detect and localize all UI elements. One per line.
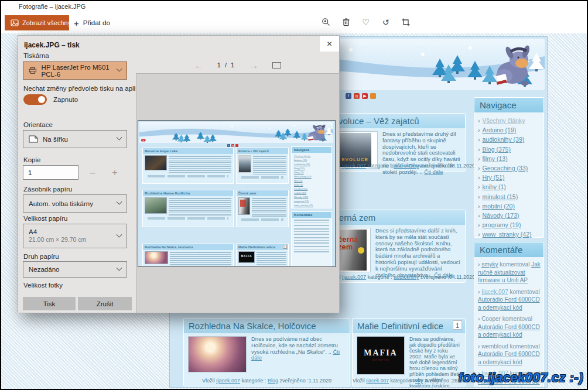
- preview-area: fg Recenze Hope Lake Evoluce – Věž zajat…: [136, 73, 340, 313]
- printer-select[interactable]: HP LaserJet Pro M501 PCL-6: [23, 61, 127, 80]
- paper-tray-value: Autom. volba tiskárny: [29, 200, 93, 207]
- orientation-value: Na šířku: [43, 136, 68, 143]
- paper-size-select[interactable]: A4 21.00 cm × 29.70 cm: [23, 224, 127, 248]
- copies-label: Kopie: [23, 156, 40, 163]
- comment-item: › smyky komentoval Jak ručně aktualizova…: [478, 261, 541, 285]
- comments-box-title: Komentáře: [474, 242, 543, 257]
- category-link[interactable]: Hry: [415, 378, 423, 384]
- comment-user-link[interactable]: smyky: [481, 261, 498, 268]
- mini-comment-badge: 1: [283, 245, 287, 249]
- article-evoluce: Evoluce – Věž zajatců EVOLUCE Dnes si př…: [327, 113, 466, 172]
- nav-box-title: Navigace: [474, 98, 543, 112]
- skalce-photo-image[interactable]: [188, 336, 247, 372]
- remember-toggle[interactable]: [23, 94, 47, 105]
- social-icons: f g ▶: [346, 93, 376, 99]
- author-link[interactable]: Ijacek.007: [366, 378, 389, 384]
- mini-article-evoluce: Evoluce – Věž zajatců: [236, 148, 289, 184]
- close-icon[interactable]: ✕: [320, 36, 339, 52]
- author-link[interactable]: Ijacek.007: [216, 378, 240, 384]
- print-dialog: ijacek.JPG – tisk ✕ Tiskárna HP LaserJet…: [18, 35, 340, 313]
- article-mafie: Mafie Definitivní edice 1 MAFIADEFINITIV…: [352, 318, 466, 386]
- mini-nav-box: Navigace Všechny články Arduino (19) aud…: [291, 146, 332, 208]
- nav-link-arduino[interactable]: ›Arduino (19): [478, 125, 541, 135]
- category-link[interactable]: audioknihy: [394, 163, 419, 169]
- orientation-select[interactable]: Na šířku: [23, 130, 127, 148]
- paper-size-label: Velikost papíru: [23, 215, 67, 222]
- read-more-link[interactable]: Čti dále: [424, 169, 443, 175]
- nav-link-hry[interactable]: ›Hry (51): [478, 173, 541, 182]
- googleplus-icon[interactable]: g: [354, 93, 360, 99]
- delete-icon[interactable]: [341, 17, 351, 27]
- page-indicator: 1 / 1: [217, 61, 235, 69]
- nav-link-blog[interactable]: ›Blog (375): [478, 145, 541, 154]
- comment-count-badge: 1: [453, 320, 462, 330]
- printer-value: HP LaserJet Pro M501 PCL-6: [42, 64, 112, 78]
- nav-link-geocaching[interactable]: ›Geocaching (33): [478, 163, 541, 173]
- nav-link-audioknihy[interactable]: ›audioknihy (39): [478, 135, 541, 144]
- favorite-icon[interactable]: ♡: [361, 17, 371, 27]
- nav-link-knihy[interactable]: ›knihy (1): [478, 182, 541, 191]
- nav-link-minulost[interactable]: ›minulost (15): [478, 192, 541, 201]
- paper-tray-label: Zásobník papíru: [23, 186, 72, 193]
- rss-icon[interactable]: [370, 93, 376, 99]
- remember-label: Nechat změny předvoleb tisku na aplikaci: [23, 85, 148, 92]
- cancel-button[interactable]: Zrušit: [78, 297, 132, 310]
- article-skalce: Rozhledna Na Skalce, Holčovice Dnes se p…: [183, 318, 350, 386]
- mini-article-hope-lake: Recenze Hope Lake: [142, 148, 234, 184]
- chevron-down-icon: [117, 265, 122, 271]
- copies-decrement-button[interactable]: –: [85, 165, 100, 180]
- nav-link-filmy[interactable]: ›filmy (13): [478, 154, 541, 163]
- mafia-cover-image[interactable]: MAFIADEFINITIVE: [357, 336, 405, 375]
- viewer-background: f g ▶ Evoluce – Věž zajatců EVOLUCE Dnes…: [1, 33, 587, 389]
- mini-banner: [139, 122, 333, 143]
- paper-type-label: Druh papíru: [23, 253, 59, 260]
- toggle-state-label: Zapnuto: [53, 96, 78, 103]
- nav-link-www-stranky[interactable]: ›www_stranky (42): [478, 230, 541, 239]
- paper-type-select[interactable]: Nezadáno: [23, 261, 127, 278]
- fullscreen-icon[interactable]: [272, 62, 281, 69]
- chevron-down-icon: [117, 135, 122, 141]
- facebook-icon[interactable]: f: [346, 93, 351, 99]
- paper-type-value: Nezadáno: [29, 266, 59, 273]
- nav-link-programy[interactable]: ›programy (19): [478, 220, 541, 230]
- toolbar: Zobrazit všechny fotky + Přidat do ♡ ↺: [1, 12, 587, 33]
- next-page-icon[interactable]: →: [249, 60, 258, 70]
- previous-page-icon[interactable]: ←: [194, 60, 203, 70]
- author-link[interactable]: Ijacek.007: [342, 163, 366, 169]
- zoom-icon[interactable]: [321, 17, 331, 27]
- copies-increment-button[interactable]: +: [107, 165, 122, 180]
- photographer-watermark: foto.ijacek007.cz :-): [459, 370, 583, 385]
- comment-target-link[interactable]: Autorádio Ford 6000CD a odemykací kód: [478, 296, 540, 311]
- landscape-page-icon: [29, 135, 38, 143]
- print-button[interactable]: Tisk: [23, 297, 76, 310]
- youtube-icon[interactable]: ▶: [362, 93, 368, 99]
- author-link[interactable]: Ijacek.007: [342, 274, 366, 280]
- comment-user-link[interactable]: Ijacek.007: [481, 289, 508, 295]
- category-link[interactable]: Blog: [268, 378, 278, 384]
- comment-item: › wembloud komentoval Autorádio Ford 600…: [478, 343, 541, 367]
- toggle-knob: [38, 96, 45, 103]
- article-cerna-zem: Černá zem černá zem Dnes si představíme …: [327, 210, 466, 283]
- comment-target-link[interactable]: Autorádio Ford 6000CD a odemykací kód: [478, 351, 540, 365]
- add-to-button[interactable]: + Přidat do: [69, 15, 115, 30]
- nav-link-navody[interactable]: ›Návody (173): [478, 211, 541, 220]
- article-text: Dnes se podíváme nad obec Holčovice, kde…: [251, 336, 346, 372]
- preview-pager: ← 1 / 1 →: [135, 58, 340, 72]
- article-text: Dnes si představíme druhý díl fantasy př…: [382, 131, 461, 176]
- nav-link-all[interactable]: ›Všechny články: [478, 116, 541, 125]
- chevron-down-icon: [117, 231, 122, 237]
- rotate-icon[interactable]: ↺: [381, 17, 391, 27]
- category-link[interactable]: audioknihy: [394, 274, 419, 280]
- article-text: Dnes si představíme další z knih, která …: [375, 228, 461, 278]
- article-title: Rozhledna Na Skalce, Holčovice: [184, 319, 350, 333]
- paper-tray-select[interactable]: Autom. volba tiskárny: [23, 194, 127, 213]
- mini-article-skalce: Rozhledna Na Skalce, Holčovice: [142, 244, 234, 267]
- nav-link-mobilni[interactable]: ›mobilní (20): [478, 201, 541, 211]
- comment-item: › Cooper komentoval Autorádio Ford 6000C…: [478, 315, 541, 339]
- comment-target-link[interactable]: Autorádio Ford 6000CD a odemykací kód: [478, 324, 540, 338]
- crop-icon[interactable]: [401, 17, 411, 27]
- article-footer: Vložil Ijacek.007 kategorie : Hry zveřej…: [353, 378, 465, 384]
- photo-size-label: Velikost fotky: [23, 282, 63, 289]
- copies-input[interactable]: [23, 165, 78, 180]
- add-to-label: Přidat do: [83, 19, 110, 26]
